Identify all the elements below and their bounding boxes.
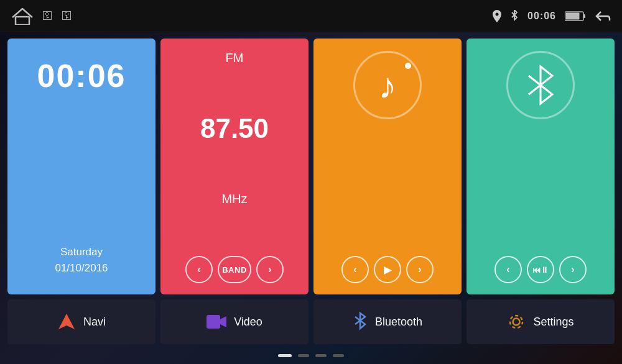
clock-date: 01/10/2016 [55,262,108,274]
fm-next-button[interactable]: › [256,256,284,283]
battery-icon [565,11,586,22]
svg-marker-6 [58,314,75,329]
svg-marker-8 [220,316,226,327]
svg-point-12 [510,316,522,328]
music-card[interactable]: ♪ ‹ ▶ › [313,39,462,294]
music-controls: ‹ ▶ › [341,256,434,283]
clock-date-display: Saturday 01/10/2016 [55,244,108,276]
status-left: ⚿ ⚿ [11,7,72,25]
svg-rect-0 [16,17,29,25]
bt-icon-wrap [506,51,575,119]
music-play-button[interactable]: ▶ [374,256,401,283]
music-next-button[interactable]: › [406,256,434,283]
fm-band-button[interactable]: BAND [218,256,251,283]
fm-unit: MHz [221,192,247,206]
clock-day: Saturday [60,246,103,258]
clock-time-display: 00:06 [37,57,126,94]
home-icon[interactable] [11,7,34,25]
bt-controls: ‹ ⏮⏸ › [494,256,587,283]
main-content: 00:06 Saturday 01/10/2016 FM 87.50 MHz ‹… [0,32,622,364]
usb-icon-2: ⚿ [62,10,72,22]
cards-row: 00:06 Saturday 01/10/2016 FM 87.50 MHz ‹… [7,39,615,294]
location-icon [493,10,501,22]
menu-row: Navi Video Bluetooth [7,299,615,344]
bluetooth-large-icon [522,63,559,107]
music-prev-button[interactable]: ‹ [341,256,369,283]
settings-menu-item[interactable]: Settings [466,299,615,344]
video-menu-item[interactable]: Video [160,299,309,344]
bt-playpause-button[interactable]: ⏮⏸ [527,256,554,283]
navi-icon [57,312,76,331]
status-bar: ⚿ ⚿ 00:06 [0,0,622,32]
page-dot-1[interactable] [278,354,292,357]
fm-label: FM [226,51,244,65]
page-dot-3[interactable] [315,354,327,357]
fm-prev-button[interactable]: ‹ [185,256,213,283]
page-indicators [7,350,615,360]
bt-menu-icon [353,312,368,332]
music-note-icon: ♪ [379,65,397,106]
fm-controls: ‹ BAND › [185,256,284,283]
navi-label: Navi [83,316,106,329]
svg-line-4 [529,76,541,85]
fm-card[interactable]: FM 87.50 MHz ‹ BAND › [160,39,309,294]
navi-menu-item[interactable]: Navi [7,299,156,344]
usb-icon-1: ⚿ [42,10,53,22]
settings-icon [507,312,526,331]
svg-rect-2 [566,12,580,19]
svg-rect-3 [583,14,585,18]
status-right: 00:06 [493,9,611,23]
clock-card[interactable]: 00:06 Saturday 01/10/2016 [7,39,156,294]
music-dot [405,63,411,69]
bt-status-icon [510,10,519,22]
bt-prev-button[interactable]: ‹ [494,256,522,283]
settings-label: Settings [533,316,573,329]
page-dot-4[interactable] [333,354,344,357]
svg-rect-7 [207,315,220,329]
back-icon[interactable] [595,9,611,23]
bluetooth-menu-item[interactable]: Bluetooth [313,299,462,344]
svg-point-11 [513,319,520,325]
svg-line-5 [529,85,541,94]
bluetooth-label: Bluetooth [375,316,422,329]
fm-frequency: 87.50 [200,115,269,142]
bt-next-button[interactable]: › [559,256,587,283]
video-label: Video [234,316,262,329]
bt-card[interactable]: ‹ ⏮⏸ › [466,39,615,294]
page-dot-2[interactable] [298,354,309,357]
music-icon-wrap: ♪ [353,51,422,119]
status-time: 00:06 [527,11,556,22]
video-icon [207,314,226,330]
